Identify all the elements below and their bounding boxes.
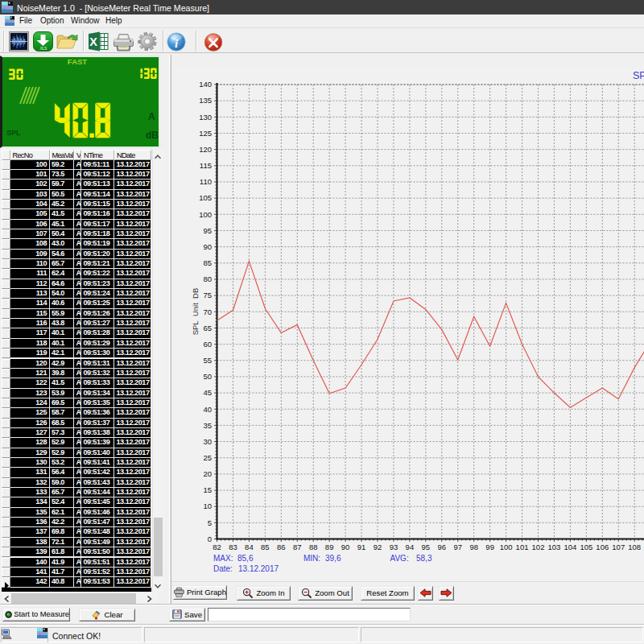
svg-text:98: 98 (469, 543, 478, 551)
svg-text:106: 106 (596, 543, 609, 551)
svg-text:10: 10 (203, 502, 212, 510)
svg-text:Date:: Date: (213, 564, 233, 573)
svg-text:89: 89 (325, 543, 334, 551)
svg-text:97: 97 (453, 543, 462, 551)
svg-text:135: 135 (199, 96, 212, 105)
svg-text:95: 95 (422, 543, 431, 551)
svg-text:39,6: 39,6 (325, 554, 341, 563)
svg-text:X: X (89, 35, 97, 48)
svg-text:MIN:: MIN: (303, 554, 320, 563)
svg-text:107: 107 (612, 543, 625, 551)
svg-text:86: 86 (277, 543, 286, 551)
svg-text:25: 25 (203, 453, 212, 462)
svg-text:90: 90 (203, 242, 212, 251)
svg-text:55: 55 (203, 356, 212, 365)
svg-text:65: 65 (203, 324, 212, 332)
svg-text:50: 50 (203, 372, 212, 381)
svg-text:AVG:: AVG: (390, 554, 409, 563)
svg-text:40: 40 (203, 405, 212, 414)
svg-text:SPL: SPL (633, 70, 644, 81)
svg-text:SPL Unit DB: SPL Unit DB (191, 288, 200, 336)
svg-text:80: 80 (203, 275, 212, 283)
svg-text:84: 84 (245, 543, 254, 551)
svg-text:108: 108 (628, 543, 641, 551)
svg-text:30: 30 (203, 437, 212, 446)
svg-text:140: 140 (199, 80, 212, 89)
svg-text:88: 88 (309, 543, 318, 551)
svg-text:130: 130 (199, 113, 212, 122)
svg-text:85: 85 (203, 258, 212, 267)
svg-text:45: 45 (203, 388, 212, 397)
svg-text:35: 35 (203, 421, 212, 430)
svg-text:101: 101 (516, 543, 529, 551)
svg-text:60: 60 (203, 340, 212, 349)
svg-text:13.12.2017: 13.12.2017 (238, 564, 279, 573)
svg-text:105: 105 (580, 543, 592, 551)
svg-text:87: 87 (293, 543, 302, 551)
svg-text:.XLS: .XLS (39, 47, 47, 51)
svg-text:125: 125 (199, 129, 212, 138)
svg-text:MAX:: MAX: (213, 554, 233, 563)
svg-text:85: 85 (261, 543, 270, 551)
svg-text:91: 91 (357, 543, 366, 551)
svg-text:120: 120 (199, 145, 212, 154)
svg-text:103: 103 (548, 543, 561, 551)
svg-text:105: 105 (199, 193, 212, 202)
svg-text:85,6: 85,6 (237, 554, 254, 563)
svg-text:20: 20 (203, 469, 212, 478)
svg-text:102: 102 (532, 543, 545, 551)
svg-text:94: 94 (406, 543, 415, 551)
svg-text:82: 82 (213, 543, 221, 551)
svg-text:90: 90 (341, 543, 350, 551)
svg-text:95: 95 (203, 226, 212, 235)
svg-text:83: 83 (229, 543, 237, 551)
svg-text:FAST: FAST (68, 57, 87, 66)
svg-text:58,3: 58,3 (416, 554, 432, 563)
svg-text:104: 104 (564, 543, 576, 551)
svg-text:0: 0 (208, 535, 212, 543)
svg-text:5: 5 (208, 518, 212, 527)
svg-text:92: 92 (374, 543, 382, 551)
svg-text:15: 15 (203, 485, 212, 494)
svg-text:99: 99 (485, 543, 494, 551)
svg-text:96: 96 (438, 543, 447, 551)
svg-text:93: 93 (390, 543, 398, 551)
svg-text:110: 110 (200, 177, 212, 186)
svg-text:100: 100 (199, 210, 212, 219)
svg-text:70: 70 (203, 308, 212, 316)
svg-text:75: 75 (203, 291, 212, 299)
svg-text:100: 100 (500, 543, 513, 551)
svg-text:115: 115 (200, 161, 212, 170)
